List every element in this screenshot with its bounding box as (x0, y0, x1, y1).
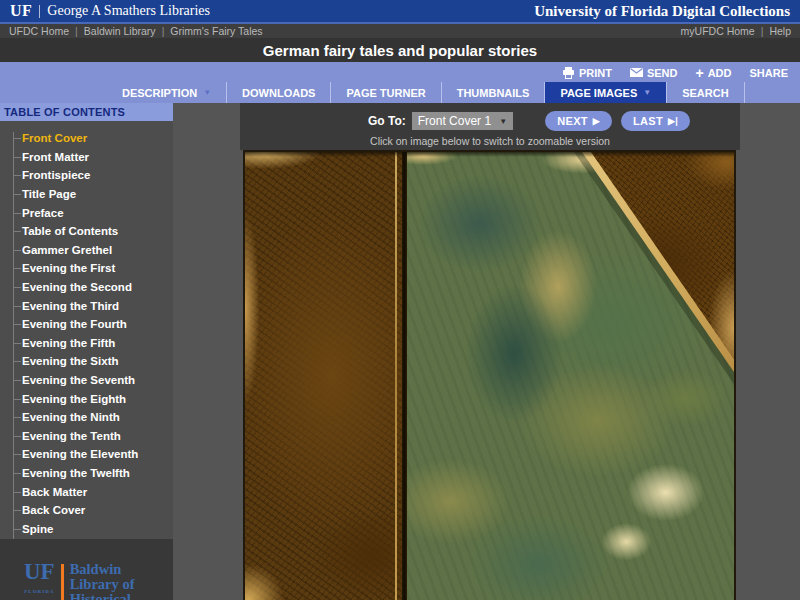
tab-label: DESCRIPTION (122, 87, 197, 99)
tree-tick (13, 138, 21, 139)
baldwin-library-logo[interactable]: UF FLORIDA Baldwin Library of Historical (0, 539, 173, 600)
toc-item-evening-the-twelfth[interactable]: Evening the Twelfth (0, 464, 173, 483)
viewer-toolbar: Go To: Front Cover 1 ▼ NEXT ▶ LAST ▶| Cl… (240, 103, 740, 150)
toc-item-front-matter[interactable]: Front Matter (0, 148, 173, 167)
toc-item-label: Evening the Twelfth (22, 467, 130, 479)
toc-item-label: Evening the Seventh (22, 374, 135, 386)
tree-tick (13, 175, 21, 176)
toc-item-label: Evening the Second (22, 281, 132, 293)
tab-label: THUMBNAILS (457, 87, 530, 99)
last-button[interactable]: LAST ▶| (621, 111, 690, 131)
help-link[interactable]: Help (769, 25, 791, 37)
site-header: UF George A Smathers Libraries Universit… (0, 0, 800, 24)
toc-item-title-page[interactable]: Title Page (0, 185, 173, 204)
tab-description[interactable]: DESCRIPTION ▼ (107, 82, 227, 103)
toc-item-label: Evening the Sixth (22, 355, 119, 367)
tree-tick (13, 157, 21, 158)
toc-item-evening-the-eighth[interactable]: Evening the Eighth (0, 389, 173, 408)
toc-item-back-matter[interactable]: Back Matter (0, 482, 173, 501)
tab-search[interactable]: SEARCH (667, 82, 744, 103)
goto-page-select[interactable]: Front Cover 1 ▼ (412, 112, 513, 130)
tree-tick (13, 287, 21, 288)
tree-tick (13, 492, 21, 493)
add-button[interactable]: + ADD (695, 67, 731, 79)
toc-item-table-of-contents[interactable]: Table of Contents (0, 222, 173, 241)
toc-item-evening-the-first[interactable]: Evening the First (0, 259, 173, 278)
tab-downloads[interactable]: DOWNLOADS (227, 82, 331, 103)
crumb-separator: | (75, 25, 78, 37)
plus-icon: + (695, 68, 703, 78)
toc-item-evening-the-tenth[interactable]: Evening the Tenth (0, 427, 173, 446)
toc-item-label: Evening the Ninth (22, 411, 120, 423)
send-button[interactable]: SEND (630, 67, 678, 79)
breadcrumb-grimms-fairy-tales[interactable]: Grimm's Fairy Tales (170, 25, 262, 37)
tree-tick (13, 231, 21, 232)
toc-item-label: Frontispiece (22, 169, 90, 181)
toc-item-label: Evening the Fourth (22, 318, 127, 330)
toc-item-evening-the-third[interactable]: Evening the Third (0, 296, 173, 315)
uf-florida-logo: UF FLORIDA (24, 562, 55, 600)
tree-tick (13, 306, 21, 307)
tab-page-turner[interactable]: PAGE TURNER (331, 82, 441, 103)
tree-tick (13, 324, 21, 325)
toc-item-evening-the-fifth[interactable]: Evening the Fifth (0, 334, 173, 353)
selected-page: Front Cover 1 (418, 114, 491, 128)
baldwin-library-name: Baldwin Library of Historical (70, 562, 135, 600)
toc-item-preface[interactable]: Preface (0, 203, 173, 222)
crumb-separator: | (761, 25, 764, 37)
tab-label: SEARCH (682, 87, 728, 99)
goto-label: Go To: (368, 114, 406, 128)
tree-tick (13, 436, 21, 437)
toc-item-gammer-grethel[interactable]: Gammer Grethel (0, 241, 173, 260)
breadcrumb-baldwin-library[interactable]: Baldwin Library (84, 25, 156, 37)
toc-item-evening-the-ninth[interactable]: Evening the Ninth (0, 408, 173, 427)
next-arrow-icon: ▶ (593, 116, 600, 126)
page-image-viewer: Go To: Front Cover 1 ▼ NEXT ▶ LAST ▶| Cl… (173, 103, 800, 600)
zoom-hint-text: Click on image below to switch to zoomab… (240, 135, 740, 147)
toc-item-evening-the-seventh[interactable]: Evening the Seventh (0, 371, 173, 390)
share-button[interactable]: SHARE (749, 67, 788, 79)
toc-item-evening-the-sixth[interactable]: Evening the Sixth (0, 352, 173, 371)
printer-icon (562, 67, 575, 79)
toc-item-front-cover[interactable]: Front Cover (0, 129, 173, 148)
image-top-shadow (245, 152, 734, 157)
add-label: ADD (708, 67, 732, 79)
share-label: SHARE (749, 67, 788, 79)
tab-page-images[interactable]: PAGE IMAGES ▼ (545, 82, 667, 103)
myufdc-home-link[interactable]: myUFDC Home (681, 25, 755, 37)
book-front-cover-image[interactable] (243, 150, 736, 600)
print-button[interactable]: PRINT (562, 67, 612, 79)
toc-item-label: Evening the Eighth (22, 393, 126, 405)
toc-list: Front CoverFront MatterFrontispieceTitle… (0, 121, 173, 539)
tab-thumbnails[interactable]: THUMBNAILS (442, 82, 546, 103)
library-name[interactable]: George A Smathers Libraries (47, 3, 210, 19)
breadcrumb-ufdc-home[interactable]: UFDC Home (9, 25, 69, 37)
breadcrumb: UFDC Home | Baldwin Library | Grimm's Fa… (9, 25, 263, 37)
toc-item-evening-the-eleventh[interactable]: Evening the Eleventh (0, 445, 173, 464)
toc-item-label: Gammer Grethel (22, 244, 112, 256)
gold-tooling-line (395, 152, 397, 600)
tree-tick (13, 510, 21, 511)
collection-name[interactable]: University of Florida Digital Collection… (534, 3, 790, 20)
tab-label: PAGE IMAGES (560, 87, 637, 99)
toc-item-label: Evening the Fifth (22, 337, 115, 349)
tree-tick (13, 194, 21, 195)
crumb-separator: | (162, 25, 165, 37)
uf-logo[interactable]: UF (10, 2, 32, 20)
breadcrumb-bar: UFDC Home | Baldwin Library | Grimm's Fa… (0, 24, 800, 38)
toc-item-back-cover[interactable]: Back Cover (0, 501, 173, 520)
tree-tick (13, 380, 21, 381)
toc-item-label: Front Cover (22, 132, 87, 144)
toc-item-label: Front Matter (22, 151, 89, 163)
next-button[interactable]: NEXT ▶ (545, 111, 612, 131)
tab-label: DOWNLOADS (242, 87, 315, 99)
toc-item-evening-the-second[interactable]: Evening the Second (0, 278, 173, 297)
tree-tick (13, 529, 21, 530)
toc-item-label: Table of Contents (22, 225, 118, 237)
toc-item-label: Back Cover (22, 504, 85, 516)
toc-item-label: Evening the First (22, 262, 115, 274)
toc-item-spine[interactable]: Spine (0, 519, 173, 538)
toc-item-frontispiece[interactable]: Frontispiece (0, 166, 173, 185)
toc-item-evening-the-fourth[interactable]: Evening the Fourth (0, 315, 173, 334)
chevron-down-icon: ▼ (499, 117, 507, 126)
